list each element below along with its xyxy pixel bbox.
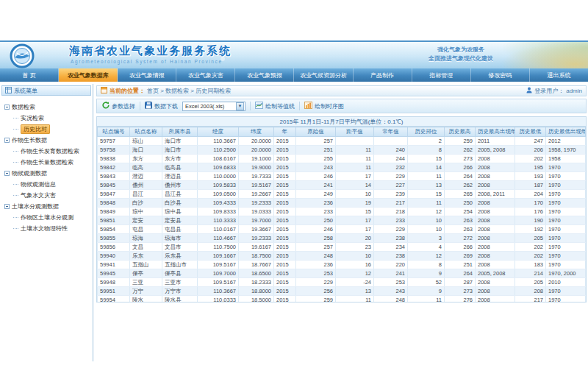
sidebar-group-1[interactable]: 数据检索 bbox=[4, 102, 90, 113]
download-format-select[interactable]: Excel 2003(.xls)▼ bbox=[182, 102, 245, 111]
sidebar-group-2[interactable]: 作物生长数据 bbox=[4, 135, 90, 146]
sidebar-item-历史比对[interactable]: 历史比对 bbox=[4, 124, 90, 135]
table-cell: 1970 bbox=[546, 234, 586, 243]
collapse-icon[interactable] bbox=[4, 204, 10, 209]
table-cell: 2015 bbox=[274, 278, 296, 287]
table-cell: 11 bbox=[336, 155, 374, 163]
table-cell: 2008 bbox=[476, 216, 515, 225]
table-cell: 19.3667 bbox=[239, 225, 274, 234]
table-row-59842[interactable]: 59842临高临高县109.683319.9000201524311232142… bbox=[98, 163, 586, 172]
table-cell: 2015 bbox=[274, 163, 296, 172]
table-cell: 59948 bbox=[98, 278, 130, 287]
tab-9[interactable]: 修改密码 bbox=[471, 68, 530, 82]
table-row-59945[interactable]: 59945保亭保亭县109.700018.6500201525312241926… bbox=[98, 269, 586, 278]
数据下载-button[interactable]: 数据下载 bbox=[145, 102, 178, 110]
table-cell: 239 bbox=[374, 190, 408, 199]
table-row-59849[interactable]: 59849琼中琼中县109.833319.0333201523315218122… bbox=[98, 208, 586, 216]
table-row-59758[interactable]: 59758海口海口市110.250020.0000201525111240826… bbox=[98, 146, 586, 155]
table-cell: 59855 bbox=[98, 234, 130, 243]
tab-4[interactable]: 农业气象灾害 bbox=[176, 68, 235, 82]
table-cell: 246 bbox=[296, 172, 336, 181]
collapse-icon[interactable] bbox=[4, 171, 10, 176]
sidebar-title: 系统菜单 bbox=[14, 87, 37, 95]
table-row-59757[interactable]: 59757琼山海口市110.366720.0000201525722592011… bbox=[98, 137, 586, 146]
tab-8[interactable]: 指标管理 bbox=[412, 68, 471, 82]
table-cell: 16 bbox=[336, 261, 374, 269]
table-cell: 海口市 bbox=[162, 137, 198, 146]
table-cell: 217 bbox=[515, 296, 546, 303]
table-cell: 248 bbox=[296, 252, 336, 261]
table-row-59851[interactable]: 59851定安定安县110.333319.7000201525017233102… bbox=[98, 216, 586, 225]
sidebar-item-气象水文灾害[interactable]: 气象水文灾害 bbox=[4, 190, 90, 201]
table-cell: 206 bbox=[515, 146, 546, 155]
table-cell: 20.0000 bbox=[239, 137, 274, 146]
table-row-59855[interactable]: 59855琼海琼海市110.466719.2333201525820238327… bbox=[98, 234, 586, 243]
table-cell: 190 bbox=[515, 216, 546, 225]
sidebar-item-作物区土壤水分观测[interactable]: 作物区土壤水分观测 bbox=[4, 212, 90, 223]
table-cell: 110.3333 bbox=[198, 216, 239, 225]
sidebar-item-作物生长量数据检索[interactable]: 作物生长量数据检索 bbox=[4, 157, 90, 168]
tab-5[interactable]: 农业气象预报 bbox=[235, 68, 294, 82]
table-cell: 202 bbox=[515, 252, 546, 261]
table-cell: 1970 bbox=[546, 261, 586, 269]
sidebar-item-实况检索[interactable]: 实况检索 bbox=[4, 113, 90, 124]
table-cell: 243 bbox=[296, 163, 336, 172]
table-cell: 109.4333 bbox=[198, 199, 239, 208]
table-cell: 2015 bbox=[274, 287, 296, 296]
table-row-59845[interactable]: 59845儋州儋州市109.583319.5167201524114227132… bbox=[98, 181, 586, 190]
table-cell: 2015 bbox=[274, 190, 296, 199]
column-header-6: 年 bbox=[274, 127, 296, 137]
绘制等值线-button[interactable]: 绘制等值线 bbox=[255, 102, 295, 110]
table-cell: 文昌 bbox=[130, 243, 162, 252]
table-cell: 205 bbox=[515, 234, 546, 243]
sidebar-item-物候观测信息[interactable]: 物候观测信息 bbox=[4, 179, 90, 190]
tab-3[interactable]: 农业气象情报 bbox=[118, 68, 176, 82]
collapse-icon[interactable] bbox=[4, 105, 10, 110]
table-cell: 202 bbox=[515, 243, 546, 252]
collapse-icon[interactable] bbox=[4, 138, 10, 143]
table-row-59843[interactable]: 59843澄迈澄迈县110.000019.7333201524617229112… bbox=[98, 172, 586, 181]
table-cell: 2015 bbox=[274, 269, 296, 278]
table-cell: 10 bbox=[336, 190, 374, 199]
tab-2[interactable]: 农业气象数据库 bbox=[59, 68, 118, 82]
参数选择-button[interactable]: 参数选择 bbox=[102, 102, 135, 110]
table-row-59941[interactable]: 59941五指山五指山市109.516718.76672015236162208… bbox=[98, 261, 586, 269]
table-cell: 59847 bbox=[98, 190, 130, 199]
table-row-59951[interactable]: 59951万宁万宁市110.366718.8000201525613243927… bbox=[98, 287, 586, 296]
table-row-59940[interactable]: 59940乐东乐东县109.166718.7500201524810238122… bbox=[98, 252, 586, 261]
sidebar-group-4[interactable]: 土壤水分观测数据 bbox=[4, 201, 90, 212]
table-row-59954[interactable]: 59954陵水陵水县110.033318.5000201525911248112… bbox=[98, 296, 586, 303]
table-cell: 110.3667 bbox=[198, 287, 239, 296]
table-cell: 214 bbox=[515, 269, 546, 278]
table-cell: 265 bbox=[445, 190, 476, 199]
table-cell: 2015 bbox=[274, 216, 296, 225]
tab-1[interactable]: 首 页 bbox=[0, 68, 59, 82]
table-cell: 11 bbox=[336, 146, 374, 155]
column-header-9: 常年值 bbox=[374, 127, 408, 137]
sidebar-item-作物生长发育数据检索[interactable]: 作物生长发育数据检索 bbox=[4, 146, 90, 157]
table-row-59854[interactable]: 59854屯昌屯昌县110.016719.3667201524617229102… bbox=[98, 225, 586, 234]
table-cell: 59954 bbox=[98, 296, 130, 303]
main-panel: 当前的位置： 首页 > 数据检索 > 历史同期检索 登录用户： admin 参数… bbox=[93, 84, 588, 361]
table-cell: 23 bbox=[336, 243, 374, 252]
tree-connector bbox=[13, 184, 18, 185]
table-row-59948[interactable]: 59948三亚三亚市109.516718.23332015229-2425352… bbox=[98, 278, 586, 287]
tab-6[interactable]: 农业气候资源分析 bbox=[294, 68, 353, 82]
table-row-59856[interactable]: 59856文昌文昌市110.750019.6167201525723234426… bbox=[98, 243, 586, 252]
tree-connector bbox=[13, 151, 18, 152]
table-cell: 59758 bbox=[98, 146, 130, 155]
table-cell: 11 bbox=[408, 296, 445, 303]
table-cell: 1970, 2000 bbox=[546, 269, 586, 278]
breadcrumb[interactable]: 首页 > 数据检索 > 历史同期检索 bbox=[147, 87, 231, 95]
tab-7[interactable]: 产品制作 bbox=[354, 68, 412, 82]
chevron-down-icon[interactable]: ▼ bbox=[236, 102, 244, 110]
table-row-59847[interactable]: 59847昌江昌江县109.050019.2667201524910239152… bbox=[98, 190, 586, 199]
绘制时序图-button[interactable]: 绘制时序图 bbox=[304, 102, 344, 110]
main-nav: 首 页农业气象数据库农业气象情报农业气象灾害农业气象预报农业气候资源分析产品制作… bbox=[0, 68, 588, 82]
tab-10[interactable]: 退出系统 bbox=[530, 68, 588, 82]
table-row-59848[interactable]: 59848白沙白沙县109.433319.2333201523619217112… bbox=[98, 199, 586, 208]
table-head: 站点编号站点名称所属市县经度纬度年原始值距平值常年值历史排位历史最高历史最高出现… bbox=[98, 127, 586, 137]
sidebar-item-土壤水文物理特性[interactable]: 土壤水文物理特性 bbox=[4, 223, 90, 234]
table-row-59838[interactable]: 59838东方东方市108.616719.1000201525511244152… bbox=[98, 155, 586, 163]
sidebar-group-3[interactable]: 物候观测数据 bbox=[4, 168, 90, 179]
